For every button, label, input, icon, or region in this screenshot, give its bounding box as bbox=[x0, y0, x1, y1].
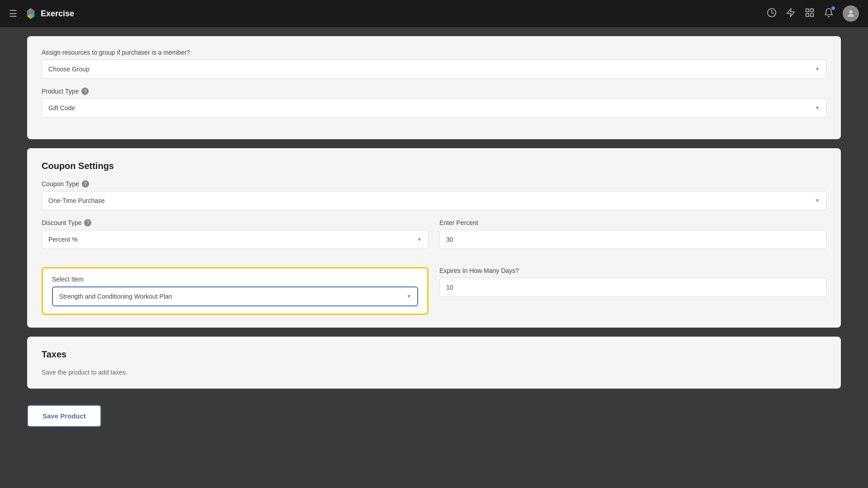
choose-group-select[interactable]: Choose Group bbox=[42, 60, 826, 79]
svg-point-13 bbox=[849, 10, 852, 14]
enter-percent-label: Enter Percent bbox=[439, 219, 826, 226]
product-type-select[interactable]: Gift Code Digital Download Physical Prod… bbox=[42, 99, 826, 117]
select-item-expires-row: Select Item Strength and Conditioning Wo… bbox=[42, 267, 826, 315]
product-type-field: Product Type ? Gift Code Digital Downloa… bbox=[42, 88, 826, 117]
navbar-left: ☰ Exercise bbox=[9, 7, 74, 20]
brand-logo bbox=[24, 7, 37, 20]
brand: Exercise bbox=[24, 7, 74, 20]
coupon-type-help-icon[interactable]: ? bbox=[82, 180, 89, 188]
coupon-type-wrapper: One-Time Purchase Recurring Single Use ▼ bbox=[42, 191, 826, 210]
expires-days-input[interactable] bbox=[439, 278, 826, 297]
coupon-type-label: Coupon Type ? bbox=[42, 180, 826, 188]
grid-icon[interactable] bbox=[805, 8, 815, 20]
brand-name: Exercise bbox=[41, 9, 74, 19]
assign-resources-field: Assign resources to group if purchaser i… bbox=[42, 49, 826, 79]
history-icon[interactable] bbox=[767, 8, 777, 20]
bell-icon[interactable] bbox=[824, 8, 834, 20]
navbar-right bbox=[767, 5, 859, 22]
coupon-settings-section: Coupon Settings Coupon Type ? One-Time P… bbox=[27, 148, 841, 328]
discount-type-wrapper: Percent % Fixed Amount Free Shipping ▼ bbox=[42, 230, 429, 249]
assign-resources-label: Assign resources to group if purchaser i… bbox=[42, 49, 826, 56]
assign-resources-section: Assign resources to group if purchaser i… bbox=[27, 36, 841, 139]
coupon-type-field: Coupon Type ? One-Time Purchase Recurrin… bbox=[42, 180, 826, 210]
taxes-section: Taxes Save the product to add taxes. bbox=[27, 337, 841, 389]
expires-days-label: Expires In How Many Days? bbox=[439, 267, 826, 274]
product-type-wrapper: Gift Code Digital Download Physical Prod… bbox=[42, 99, 826, 117]
navbar: ☰ Exercise bbox=[0, 0, 868, 27]
svg-marker-8 bbox=[787, 8, 795, 16]
discount-type-field: Discount Type ? Percent % Fixed Amount F… bbox=[42, 219, 429, 249]
taxes-note: Save the product to add taxes. bbox=[42, 369, 826, 376]
main-content: Assign resources to group if purchaser i… bbox=[0, 27, 868, 488]
coupon-settings-title: Coupon Settings bbox=[42, 161, 826, 171]
enter-percent-field: Enter Percent bbox=[439, 219, 826, 249]
discount-type-label: Discount Type ? bbox=[42, 219, 429, 226]
product-type-help-icon[interactable]: ? bbox=[81, 88, 89, 95]
svg-rect-12 bbox=[806, 13, 809, 16]
user-avatar[interactable] bbox=[843, 5, 859, 22]
select-item-highlighted: Select Item Strength and Conditioning Wo… bbox=[42, 267, 429, 315]
product-type-label: Product Type ? bbox=[42, 88, 826, 95]
svg-rect-11 bbox=[811, 13, 813, 16]
save-product-button[interactable]: Save Product bbox=[27, 405, 101, 427]
expires-days-field: Expires In How Many Days? bbox=[439, 267, 826, 306]
svg-rect-9 bbox=[806, 9, 809, 11]
coupon-type-select[interactable]: One-Time Purchase Recurring Single Use bbox=[42, 191, 826, 210]
hamburger-icon[interactable]: ☰ bbox=[9, 8, 17, 19]
choose-group-wrapper: Choose Group ▼ bbox=[42, 60, 826, 79]
flash-icon[interactable] bbox=[786, 8, 796, 20]
svg-rect-10 bbox=[811, 9, 813, 11]
select-item-select[interactable]: Strength and Conditioning Workout Plan O… bbox=[52, 286, 418, 306]
discount-type-select[interactable]: Percent % Fixed Amount Free Shipping bbox=[42, 230, 429, 249]
select-item-wrapper: Strength and Conditioning Workout Plan O… bbox=[52, 286, 418, 306]
discount-type-help-icon[interactable]: ? bbox=[84, 219, 91, 226]
enter-percent-input[interactable] bbox=[439, 230, 826, 249]
discount-percent-row: Discount Type ? Percent % Fixed Amount F… bbox=[42, 219, 826, 258]
taxes-title: Taxes bbox=[42, 349, 826, 360]
select-item-label: Select Item bbox=[52, 276, 418, 283]
